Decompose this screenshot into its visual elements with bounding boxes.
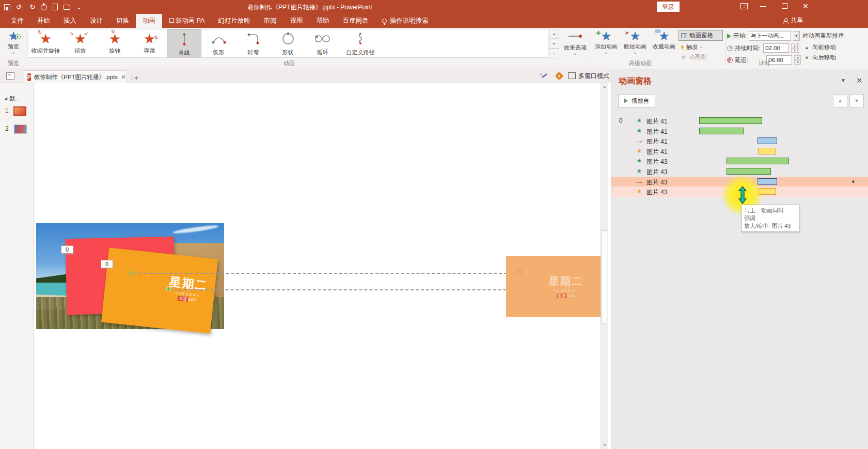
move-later-button[interactable]: ▼ 向后移动	[804, 54, 836, 61]
tab-close-icon[interactable]: ✕	[121, 73, 126, 81]
minimize-button[interactable]	[760, 6, 766, 7]
trigger-button[interactable]: 触发 ˅	[681, 43, 703, 51]
pane-close-button[interactable]: ✕	[856, 76, 863, 85]
gallery-item-arc-path[interactable]: 弧形	[201, 29, 236, 57]
gallery-item-loop-path[interactable]: 循环	[305, 29, 340, 57]
timeline-bar[interactable]	[757, 137, 777, 144]
gallery-item-zoom[interactable]: ★ ↘↙ 缩放	[63, 29, 98, 57]
tab-animations[interactable]: 动画	[136, 14, 162, 28]
slide-2-thumbnail[interactable]	[14, 125, 27, 134]
move-earlier-button[interactable]: ▲ 向前移动	[804, 43, 836, 51]
motion-path-line-2[interactable]	[169, 289, 558, 290]
timeline-bar[interactable]	[727, 168, 771, 175]
group-label-advanced: 高级动画	[609, 59, 671, 67]
scrollbar-thumb[interactable]	[602, 230, 607, 323]
ribbon-display-options-icon[interactable]: ↑	[740, 3, 748, 9]
motion-path-line-1[interactable]	[133, 273, 517, 274]
favorite-animation-button[interactable]: ★ 收藏动画	[650, 30, 678, 51]
tab-slideshow[interactable]: 幻灯片放映	[211, 14, 257, 28]
duration-input[interactable]	[763, 43, 789, 53]
cool-animation-button[interactable]: ★ ➤ 酷炫动画 ˅	[621, 30, 650, 55]
timeline-bar[interactable]	[758, 148, 776, 154]
document-tab[interactable]: P 教你制作《PPT图片轮播》.pptx ✕ ⋮	[24, 70, 127, 83]
animation-row-selected[interactable]: →图片 43▼	[611, 177, 868, 187]
animation-row[interactable]: ★图片 41▼	[611, 126, 868, 136]
animation-row[interactable]: →图片 41▼	[611, 136, 868, 146]
preview-button[interactable]: ★ ▶ 预览 ˅	[3, 30, 24, 60]
animation-row[interactable]: ★图片 43▼	[611, 166, 868, 177]
move-down-button[interactable]: ▼	[849, 94, 864, 107]
effect-icon: →	[632, 177, 648, 187]
vertical-resize-cursor-icon	[738, 186, 747, 205]
magic-wand-icon[interactable]	[540, 73, 547, 80]
path-start-dot[interactable]	[166, 287, 171, 291]
timeline-bar[interactable]	[757, 178, 777, 185]
tab-design[interactable]: 设计	[83, 14, 109, 28]
animation-pane-toggle[interactable]: 动画窗格	[678, 30, 723, 41]
multi-window-mode-button[interactable]: 多窗口模式	[569, 72, 609, 81]
gallery-item-spin[interactable]: ★ ↻ 旋转	[98, 29, 132, 57]
play-from-button[interactable]: 播放自	[618, 94, 655, 107]
gallery-item-custom-path[interactable]: 自定义路径	[340, 29, 381, 57]
gallery-scroll-down[interactable]: ▼	[549, 39, 559, 49]
gear-icon[interactable]	[557, 73, 562, 79]
restore-button[interactable]	[782, 3, 787, 9]
effect-options-button[interactable]: 效果选项 ˅	[563, 31, 588, 56]
animation-pane: 动画窗格 ▼ ✕ 播放自 ▲ ▼ 0★图片 41▼ ★图片 41▼ →图片 41…	[611, 69, 868, 449]
powerpoint-window: ↺˅ ↻ ⌄ 教你制作《PPT图片轮播》.pptx - PowerPoint 登…	[0, 0, 868, 449]
animation-number-badge-1[interactable]: 0	[61, 245, 73, 254]
delay-spinner[interactable]: ▲▼	[794, 55, 801, 65]
tab-help[interactable]: 帮助	[310, 14, 336, 28]
animation-row[interactable]: 0★图片 41▼	[611, 116, 868, 126]
gallery-item-bounce[interactable]: ★ ↯ 弹跳	[132, 29, 167, 57]
gallery-item-turn-path[interactable]: 转弯	[236, 29, 271, 57]
gallery-item-line-path[interactable]: 直线	[167, 29, 201, 57]
add-animation-button[interactable]: ★ ✚ 添加动画 ˅	[592, 30, 621, 55]
canvas-scrollbar[interactable]: ▲ ▼	[601, 83, 608, 449]
cloud-icon	[655, 29, 661, 33]
tab-home[interactable]: 开始	[30, 14, 57, 28]
tab-file[interactable]: 文件	[4, 14, 30, 28]
orange-card-shape[interactable]: 星期二 TUESDAY 浪漫DAY	[101, 247, 218, 333]
start-select-arrow-icon[interactable]: ▼	[793, 31, 800, 41]
path-preview-card[interactable]: 星期二 TUESDAY 浪漫DAY	[506, 256, 601, 317]
share-button[interactable]: 共享	[783, 16, 803, 25]
animation-row[interactable]: ★图片 41▼	[611, 146, 868, 157]
line-path-icon	[179, 33, 190, 46]
close-button[interactable]: ✕	[802, 2, 809, 10]
tab-baidu-netdisk[interactable]: 百度网盘	[336, 14, 375, 28]
move-up-button[interactable]: ▲	[833, 94, 847, 107]
animation-row[interactable]: ★图片 43▼	[611, 156, 868, 166]
slide-canvas[interactable]: 星期二 TUESDAY 浪漫DAY 0 0 星期二 TUESDAY 浪漫DAY	[34, 83, 601, 449]
start-select[interactable]: 与上一动画...	[749, 31, 791, 41]
tab-transitions[interactable]: 切换	[109, 14, 136, 28]
duration-spinner[interactable]: ▲▼	[791, 43, 798, 53]
section-header[interactable]: ◢ 默...	[4, 95, 20, 102]
timeline-bar[interactable]	[699, 128, 744, 134]
effect-icon: ★	[635, 146, 644, 156]
gallery-item-shrink-turn[interactable]: ★ ↻ 收缩并旋转	[28, 29, 63, 57]
timeline-bar[interactable]	[727, 158, 789, 164]
tab-review[interactable]: 审阅	[257, 14, 283, 28]
gallery-more-button[interactable]: ≡	[549, 49, 559, 58]
login-button[interactable]: 登录	[657, 2, 680, 12]
timeline-bar[interactable]	[699, 117, 762, 124]
scroll-up-icon[interactable]: ▲	[602, 83, 608, 90]
gallery-scroll-up[interactable]: ▲	[549, 29, 559, 39]
window-list-icon[interactable]	[6, 72, 14, 80]
path-start-marker[interactable]	[130, 270, 135, 277]
tab-pocket-animation[interactable]: 口袋动画 PA	[162, 14, 211, 28]
pane-menu-icon[interactable]: ▼	[841, 78, 846, 83]
gallery-item-shape-path[interactable]: 形状	[271, 29, 305, 57]
tab-insert[interactable]: 插入	[57, 14, 83, 28]
tab-view[interactable]: 视图	[283, 14, 310, 28]
pane-title: 动画窗格	[619, 76, 652, 87]
slide-1-thumbnail[interactable]	[13, 106, 26, 116]
scroll-down-icon[interactable]: ▼	[602, 442, 608, 449]
timeline-bar[interactable]	[758, 188, 776, 195]
new-tab-button[interactable]: ＋	[132, 73, 140, 83]
tab-tell-me-search[interactable]: 操作说明搜索	[375, 14, 435, 28]
animation-number-badge-2[interactable]: 0	[101, 260, 113, 268]
row-dropdown-icon[interactable]: ▼	[851, 179, 856, 184]
start-label: 开始:	[733, 32, 747, 40]
